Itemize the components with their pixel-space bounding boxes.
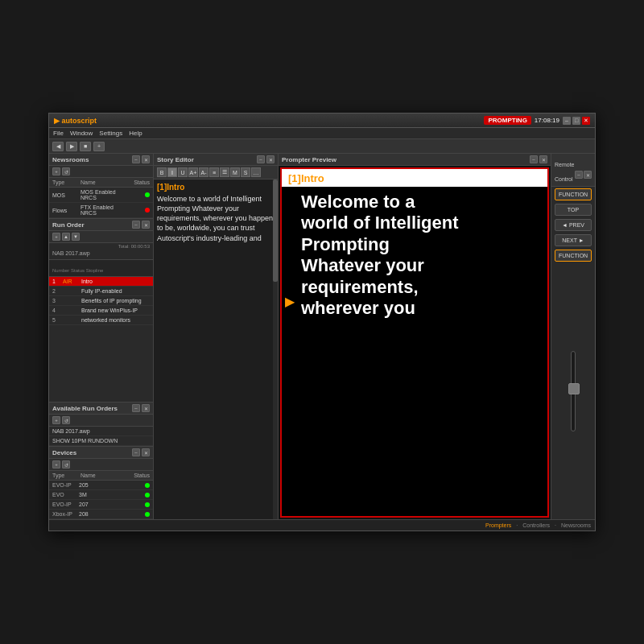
- run-order-add-btn[interactable]: +: [52, 233, 60, 241]
- editor-scrollbar[interactable]: [273, 180, 278, 519]
- prompter-close-btn[interactable]: ✕: [539, 155, 547, 163]
- avail-refresh-btn[interactable]: ↺: [62, 416, 70, 424]
- avail-row-2[interactable]: SHOW 10PM RUNDOWN: [49, 436, 153, 446]
- newsrooms-pin-btn[interactable]: –: [132, 155, 140, 163]
- dev-type-2: EVO: [52, 492, 76, 497]
- devices-close-btn[interactable]: ✕: [142, 448, 150, 456]
- roi-name-1: Intro: [81, 279, 150, 284]
- run-order-item-5[interactable]: 5 networked monitors: [49, 316, 153, 325]
- title-bar: ▶ autoscript PROMPTING 17:08:19 – □ ✕: [49, 114, 595, 128]
- device-row-2[interactable]: EVO 3M: [49, 490, 153, 500]
- toolbar-btn-1[interactable]: ◀: [52, 142, 64, 151]
- editor-btn-underline[interactable]: U: [178, 167, 188, 177]
- prompter-line-6: wherever you: [301, 298, 415, 318]
- menu-help[interactable]: Help: [129, 130, 142, 137]
- remote-close-btn[interactable]: ✕: [584, 171, 592, 179]
- menu-file[interactable]: File: [53, 130, 64, 137]
- menu-window[interactable]: Window: [70, 130, 93, 137]
- editor-scroll-thumb[interactable]: [273, 180, 278, 282]
- run-order-item-3[interactable]: 3 Benefits of IP prompting: [49, 296, 153, 306]
- newsrooms-table-header: Type Name Status: [49, 178, 153, 188]
- run-order-up-btn[interactable]: ▲: [62, 233, 70, 241]
- remote-function-btn-1[interactable]: FUNCTION: [555, 188, 592, 200]
- run-order-down-btn[interactable]: ▼: [72, 233, 80, 241]
- remote-header-controls: – ✕: [575, 171, 592, 179]
- run-order-pin-btn[interactable]: –: [132, 221, 140, 229]
- newsroom-row-2[interactable]: Flows FTX Enabled NRCS: [49, 203, 153, 218]
- remote-slider-thumb[interactable]: [568, 383, 580, 394]
- newsrooms-refresh-btn[interactable]: ↺: [62, 167, 70, 175]
- newsroom-status-2: [130, 208, 150, 213]
- newsrooms-controls: – ✕: [132, 155, 150, 163]
- run-order-total: Total: 00:00:53: [118, 244, 150, 249]
- title-bar-right: PROMPTING 17:08:19 – □ ✕: [484, 116, 590, 125]
- roi-name-4: Brand new WinPlus-IP: [81, 308, 150, 313]
- status-controllers: Controllers: [522, 522, 550, 528]
- main-content: Newsrooms – ✕ + ↺ Type Name Status MOS: [49, 154, 595, 519]
- editor-btn-style[interactable]: S: [241, 167, 250, 177]
- device-row-1[interactable]: EVO-IP 205: [49, 481, 153, 490]
- prompter-pin-btn[interactable]: –: [530, 155, 538, 163]
- devices-pin-btn[interactable]: –: [132, 448, 140, 456]
- minimize-button[interactable]: –: [563, 117, 571, 125]
- status-bar: Prompters · Controllers · Newsrooms: [49, 519, 595, 530]
- toolbar-btn-3[interactable]: ■: [80, 142, 91, 151]
- run-order-section: Run Order – ✕ + ▲ ▼ NAB 2017.awp Total: …: [49, 218, 153, 402]
- col-type: Type: [52, 180, 80, 185]
- prompter-preview-header: Prompter Preview – ✕: [279, 154, 551, 166]
- dev-col-name: Name: [80, 473, 130, 478]
- editor-btn-size-up[interactable]: A+: [188, 167, 198, 177]
- editor-btn-italic[interactable]: I: [167, 167, 177, 177]
- dev-type-4: Xbox-IP: [52, 511, 76, 517]
- dev-type-1: EVO-IP: [52, 482, 76, 488]
- device-row-4[interactable]: Xbox-IP 208: [49, 510, 153, 519]
- devices-add-btn[interactable]: +: [52, 460, 60, 469]
- app-time: 17:08:19: [535, 117, 559, 124]
- left-panel: Newsrooms – ✕ + ↺ Type Name Status MOS: [49, 154, 154, 519]
- newsroom-row-1[interactable]: MOS MOS Enabled NRCS: [49, 188, 153, 203]
- run-order-close-btn[interactable]: ✕: [142, 221, 150, 229]
- run-order-item-4[interactable]: 4 Brand new WinPlus-IP: [49, 306, 153, 316]
- remote-next-btn[interactable]: NEXT ►: [555, 234, 592, 246]
- editor-btn-bold[interactable]: B: [157, 167, 167, 177]
- close-button[interactable]: ✕: [582, 117, 590, 125]
- newsrooms-add-btn[interactable]: +: [52, 167, 60, 175]
- roi-name-2: Fully IP-enabled: [81, 288, 150, 294]
- story-editor-close-btn[interactable]: ✕: [266, 155, 275, 163]
- run-order-controls: – ✕: [132, 221, 150, 229]
- devices-refresh-btn[interactable]: ↺: [62, 460, 70, 469]
- toolbar-btn-4[interactable]: +: [93, 142, 105, 151]
- run-order-item-1[interactable]: 1 AIR Intro: [49, 277, 153, 287]
- status-prompters: Prompters: [485, 522, 511, 528]
- avail-subtoolbar: + ↺: [49, 415, 153, 427]
- status-dot-red-2: [145, 208, 150, 213]
- editor-btn-align-left[interactable]: ≡: [209, 167, 219, 177]
- remote-prev-btn[interactable]: ◄ PREV: [555, 219, 592, 231]
- toolbar-btn-2[interactable]: ▶: [66, 142, 77, 151]
- menu-settings[interactable]: Settings: [99, 130, 122, 137]
- story-body[interactable]: Welcome to a world of Intelligent Prompt…: [157, 194, 275, 243]
- run-order-item-2[interactable]: 2 Fully IP-enabled: [49, 287, 153, 296]
- story-editor-pin-btn[interactable]: –: [257, 155, 265, 163]
- maximize-button[interactable]: □: [572, 117, 580, 125]
- editor-btn-align-center[interactable]: ☰: [220, 167, 229, 177]
- device-row-3[interactable]: EVO-IP 207: [49, 500, 153, 510]
- run-order-meta: NAB 2017.awp: [52, 250, 90, 256]
- remote-function-btn-2[interactable]: FUNCTION: [555, 250, 592, 262]
- story-editor-panel: Story Editor – ✕ B I U A+ A- ≡ ☰ M S … […: [154, 154, 279, 519]
- prompter-preview-title: Prompter Preview: [282, 156, 336, 163]
- avail-add-btn[interactable]: +: [52, 416, 60, 424]
- avail-pin-btn[interactable]: –: [132, 404, 140, 412]
- editor-btn-size-down[interactable]: A-: [199, 167, 208, 177]
- avail-close-btn[interactable]: ✕: [142, 404, 150, 412]
- remote-top-btn[interactable]: TOP: [555, 204, 592, 216]
- story-editor-content[interactable]: [1]Intro Welcome to a world of Intellige…: [154, 180, 278, 519]
- newsrooms-close-btn[interactable]: ✕: [142, 155, 150, 163]
- dev-status-4: [138, 512, 150, 517]
- avail-row-1[interactable]: NAB 2017.awp: [49, 427, 153, 436]
- remote-slider-track[interactable]: [571, 351, 576, 431]
- remote-pin-btn[interactable]: –: [575, 171, 583, 179]
- editor-btn-marker[interactable]: M: [230, 167, 240, 177]
- editor-btn-more[interactable]: …: [251, 167, 261, 177]
- avail-controls: – ✕: [132, 404, 150, 412]
